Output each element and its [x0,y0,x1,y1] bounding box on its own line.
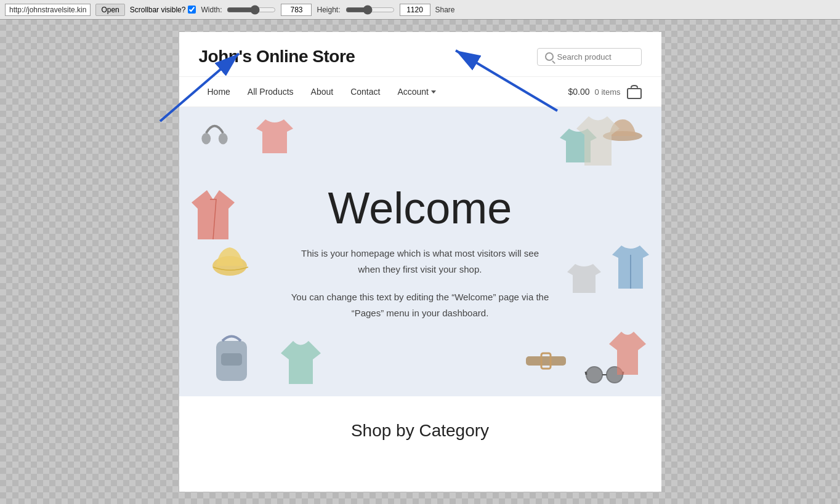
cart-area[interactable]: $0.00 0 items [568,85,642,98]
clothing-item-belt-brown [523,344,569,378]
height-input[interactable]: 1120 [400,4,430,16]
svg-rect-11 [221,353,242,366]
site-header: John's Online Store [179,32,661,77]
clothing-item-shirt-small [564,261,604,295]
nav-all-products[interactable]: All Products [239,77,302,106]
nav-contact[interactable]: Contact [342,77,389,106]
account-label: Account [397,87,429,97]
scrollbar-checkbox[interactable] [188,6,196,14]
nav-about[interactable]: About [302,77,342,106]
clothing-item-backpack [210,329,253,384]
svg-line-15 [586,372,586,375]
clothing-item-headphones [198,113,232,147]
nav-home[interactable]: Home [199,77,239,106]
search-input[interactable] [557,52,634,62]
site-title: John's Online Store [199,47,355,66]
nav-account[interactable]: Account [389,77,445,106]
site-nav: Home All Products About Contact Account … [179,77,661,107]
svg-rect-17 [526,356,566,366]
svg-point-12 [586,367,602,383]
svg-rect-4 [628,89,641,98]
nav-links: Home All Products About Contact Account [199,77,568,106]
clothing-item-cap-yellow [210,242,250,276]
width-input[interactable]: 783 [281,4,312,16]
site-container: John's Online Store Home All Products Ab… [179,32,661,492]
scrollbar-label: Scrollbar visible? [130,6,186,14]
height-slider[interactable] [345,6,395,14]
clothing-item-shirt-pink [253,116,296,156]
clothing-item-shirt-blue [609,242,652,292]
width-slider[interactable] [227,6,276,14]
shop-section-title: Shop by Category [199,421,642,441]
open-button[interactable]: Open [95,4,124,16]
search-box[interactable] [537,48,642,66]
share-button[interactable]: Share [435,6,455,14]
shop-section: Shop by Category [179,396,661,465]
height-label: Height: [317,6,340,14]
scrollbar-toggle-label: Scrollbar visible? [130,6,196,14]
cart-price: $0.00 [568,87,590,97]
hero-welcome-title: Welcome [328,183,512,233]
svg-point-6 [218,133,227,144]
chevron-down-icon [431,90,436,94]
search-icon [545,52,554,61]
page-wrapper: John's Online Store Home All Products Ab… [0,20,840,504]
hero-subtitle1: This is your homepage which is what most… [297,246,543,277]
cart-icon[interactable] [626,85,642,98]
hero-banner: Welcome This is your homepage which is w… [179,107,661,396]
hero-subtitle2: You can change this text by editing the … [291,289,549,321]
clothing-item-jacket-teal [278,338,324,387]
cart-items-count: 0 items [595,87,621,97]
width-label: Width: [201,6,222,14]
clothing-item-jacket-salmon-2 [606,329,649,378]
clothing-item-jacket-salmon [188,187,238,242]
url-bar[interactable]: http://johnstravelsite.kin [5,4,91,16]
clothing-item-coat-large [573,113,623,169]
browser-toolbar: http://johnstravelsite.kin Open Scrollba… [0,0,840,20]
svg-point-5 [201,133,211,144]
